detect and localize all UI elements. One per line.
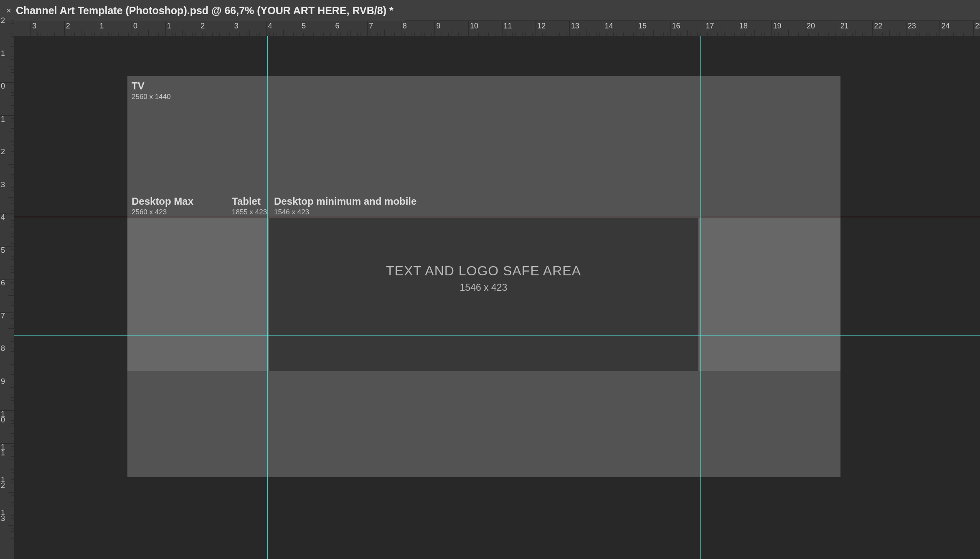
ruler-h-number: 25 — [975, 22, 980, 30]
label-tv: TV 2560 x 1440 — [132, 80, 171, 101]
label-tablet-title: Tablet — [232, 196, 267, 207]
ruler-h-number: 8 — [403, 22, 407, 30]
label-desktop-max-title: Desktop Max — [132, 196, 193, 207]
label-tablet-dims: 1855 x 423 — [232, 208, 267, 216]
ruler-v-number: 8 — [1, 346, 8, 351]
ruler-h-number: 16 — [672, 22, 680, 30]
ruler-h-number: 5 — [302, 22, 306, 30]
ruler-v-number: 11 — [1, 444, 8, 456]
ruler-v-number: 9 — [1, 379, 8, 384]
label-min-mobile-title: Desktop minimum and mobile — [274, 196, 416, 207]
ruler-h-number: 3 — [32, 22, 36, 30]
document-tab-bar: × Channel Art Template (Photoshop).psd @… — [0, 0, 980, 21]
close-icon[interactable]: × — [6, 8, 12, 13]
ruler-h-number: 9 — [436, 22, 440, 30]
ruler-h-number: 2 — [66, 22, 70, 30]
safe-area-label: TEXT AND LOGO SAFE AREA 1546 x 423 — [269, 263, 698, 293]
label-desktop-min-mobile: Desktop minimum and mobile 1546 x 423 — [274, 196, 416, 216]
ruler-v-number: 2 — [1, 149, 8, 155]
ruler-v-number: 12 — [1, 477, 8, 488]
region-desktop-max-left — [127, 218, 228, 371]
ruler-v-number: 4 — [1, 214, 8, 220]
ruler-h-number: 1 — [167, 22, 171, 30]
ruler-horizontal[interactable]: 3210123456789101112131415161718192021222… — [14, 21, 980, 36]
ruler-v-number: 3 — [1, 182, 8, 188]
label-min-mobile-dims: 1546 x 423 — [274, 208, 416, 216]
ruler-h-number: 19 — [773, 22, 781, 30]
ruler-h-number: 2 — [201, 22, 205, 30]
ruler-h-number: 23 — [908, 22, 916, 30]
canvas-viewport[interactable]: TEXT AND LOGO SAFE AREA 1546 x 423 TV 25… — [14, 36, 980, 559]
ruler-h-number: 24 — [941, 22, 950, 30]
ruler-h-number: 12 — [537, 22, 546, 30]
safe-area-dims: 1546 x 423 — [269, 282, 698, 293]
label-tv-dims: 2560 x 1440 — [132, 93, 171, 101]
safe-area-title: TEXT AND LOGO SAFE AREA — [386, 263, 581, 278]
ruler-h-number: 11 — [504, 22, 512, 30]
ruler-h-number: 0 — [133, 22, 137, 30]
ruler-v-number: 2 — [1, 18, 8, 23]
label-desktop-max-dims: 2560 x 423 — [132, 208, 193, 216]
ruler-v-number: 5 — [1, 247, 8, 253]
ruler-h-number: 10 — [470, 22, 478, 30]
label-tv-title: TV — [132, 80, 171, 92]
ruler-v-number: 10 — [1, 411, 8, 423]
region-tablet-left — [228, 218, 269, 371]
ruler-v-number: 13 — [1, 510, 8, 521]
ruler-h-number: 18 — [739, 22, 748, 30]
ruler-h-number: 20 — [807, 22, 815, 30]
document-tab[interactable]: × Channel Art Template (Photoshop).psd @… — [0, 0, 405, 21]
ruler-v-number: 0 — [1, 83, 8, 89]
ruler-h-number: 7 — [369, 22, 373, 30]
region-safe-area: TEXT AND LOGO SAFE AREA 1546 x 423 — [269, 218, 698, 371]
ruler-v-number: 1 — [1, 116, 8, 122]
ruler-h-number: 15 — [638, 22, 647, 30]
label-desktop-max: Desktop Max 2560 x 423 — [132, 196, 193, 216]
ruler-h-number: 14 — [604, 22, 613, 30]
region-desktop-max-right — [739, 218, 840, 371]
ruler-h-number: 17 — [706, 22, 714, 30]
ruler-vertical[interactable]: 21012345678910111213 — [0, 36, 15, 559]
ruler-h-number: 1 — [99, 22, 104, 30]
ruler-v-number: 6 — [1, 280, 8, 286]
ruler-h-number: 13 — [571, 22, 579, 30]
ruler-h-number: 21 — [840, 22, 849, 30]
label-tablet: Tablet 1855 x 423 — [232, 196, 267, 216]
ruler-h-number: 4 — [268, 22, 272, 30]
ruler-h-number: 22 — [874, 22, 882, 30]
ruler-v-number: 1 — [1, 51, 8, 56]
document-canvas[interactable]: TEXT AND LOGO SAFE AREA 1546 x 423 TV 25… — [14, 36, 980, 559]
document-title: Channel Art Template (Photoshop).psd @ 6… — [16, 5, 394, 17]
region-tablet-right — [698, 218, 739, 371]
ruler-h-number: 3 — [234, 22, 239, 30]
ruler-h-number: 6 — [335, 22, 340, 30]
ruler-v-number: 7 — [1, 313, 8, 319]
